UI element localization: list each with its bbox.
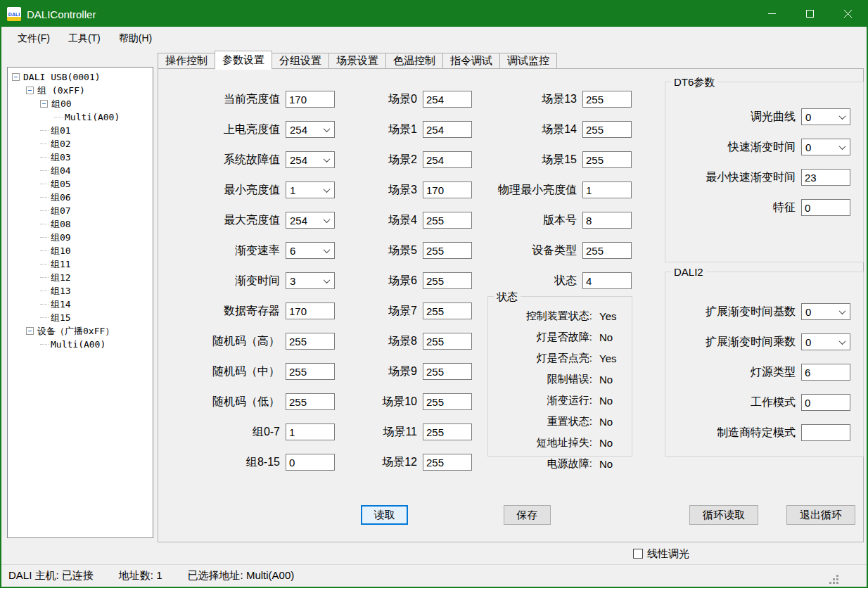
tab-3[interactable]: 分组设置 xyxy=(272,53,329,68)
tree-item[interactable]: 组14 xyxy=(8,298,153,311)
dropdown[interactable]: 0 xyxy=(801,303,850,320)
tree-item[interactable]: 组 (0xFF) xyxy=(8,84,153,97)
value-input[interactable] xyxy=(582,151,632,168)
tree-item[interactable]: 组02 xyxy=(8,137,153,151)
value-input[interactable] xyxy=(286,363,335,380)
value-input[interactable] xyxy=(582,121,632,138)
tab-4[interactable]: 场景设置 xyxy=(328,53,386,68)
tree-item[interactable]: 组04 xyxy=(8,164,153,177)
value-input[interactable] xyxy=(286,91,335,108)
value-input[interactable] xyxy=(582,272,632,289)
tree-item[interactable]: 组11 xyxy=(8,257,153,271)
tree-item[interactable]: 组05 xyxy=(8,177,153,191)
tree-item[interactable]: 组09 xyxy=(8,231,153,244)
exit-loop-button[interactable]: 退出循环 xyxy=(786,505,855,525)
value-input[interactable] xyxy=(286,454,335,471)
read-button[interactable]: 读取 xyxy=(361,505,408,525)
value-input[interactable] xyxy=(423,151,472,168)
loop-read-button[interactable]: 循环读取 xyxy=(689,505,758,525)
status-label: 灯是否点亮: xyxy=(488,352,592,365)
dropdown[interactable]: 0 xyxy=(801,139,850,155)
value-input[interactable] xyxy=(582,212,632,229)
value-input[interactable] xyxy=(286,302,335,319)
tree-item[interactable]: Multi(A00) xyxy=(8,338,153,351)
dropdown[interactable]: 0 xyxy=(801,108,850,125)
maximize-button[interactable] xyxy=(791,1,829,27)
status-label: 灯是否故障: xyxy=(488,331,592,344)
tree-item[interactable]: 组01 xyxy=(8,124,153,137)
field-label: 组8-15 xyxy=(172,455,280,470)
value-input[interactable] xyxy=(423,333,472,350)
menu-item-3[interactable]: 帮助(H) xyxy=(110,27,161,51)
linear-dimming-checkbox[interactable]: 线性调光 xyxy=(633,547,689,561)
tree-item-label: 组03 xyxy=(51,151,71,164)
value-input[interactable] xyxy=(801,364,850,381)
value-input[interactable] xyxy=(286,333,335,350)
tree-item[interactable]: 组06 xyxy=(8,191,153,204)
value-input[interactable] xyxy=(582,242,632,259)
value-input[interactable] xyxy=(423,272,472,289)
value-input[interactable] xyxy=(423,121,472,138)
menu-item-1[interactable]: 文件(F) xyxy=(8,27,59,51)
tab-6[interactable]: 指令调试 xyxy=(442,53,500,68)
value-input[interactable] xyxy=(801,394,850,411)
tree-item[interactable]: 组00 xyxy=(8,97,153,110)
tree-item[interactable]: DALI USB(0001) xyxy=(8,70,153,84)
value-input[interactable] xyxy=(423,302,472,319)
value-input[interactable] xyxy=(423,424,472,440)
dropdown[interactable]: 3 xyxy=(286,272,335,289)
param-row: 场景6 xyxy=(361,272,472,289)
collapse-toggle-icon[interactable] xyxy=(12,73,20,81)
field-label: 场景0 xyxy=(361,92,417,107)
dali2-groupbox: DALI2 扩展渐变时间基数0扩展渐变时间乘数0灯源类型工作模式制造商特定模式 xyxy=(665,272,864,457)
collapse-toggle-icon[interactable] xyxy=(26,327,34,335)
tree-item[interactable]: 组03 xyxy=(8,151,153,164)
value-input[interactable] xyxy=(423,91,472,108)
tree-item[interactable]: 组08 xyxy=(8,217,153,231)
status-value: No xyxy=(599,331,613,343)
device-tree[interactable]: DALI USB(0001)组 (0xFF)组00Multi(A00)组01组0… xyxy=(7,67,153,538)
field-label: 场景15 xyxy=(478,153,577,167)
value-input[interactable] xyxy=(423,363,472,380)
tree-item[interactable]: 组10 xyxy=(8,244,153,257)
tab-5[interactable]: 色温控制 xyxy=(385,53,443,68)
resize-grip[interactable] xyxy=(836,582,838,584)
value-input[interactable] xyxy=(582,182,632,198)
value-input[interactable] xyxy=(801,169,850,186)
tab-1[interactable]: 操作控制 xyxy=(158,53,215,68)
dropdown[interactable]: 254 xyxy=(286,212,335,229)
tree-item[interactable]: 设备（广播0xFF） xyxy=(8,324,153,338)
tree-item[interactable]: 组07 xyxy=(8,204,153,217)
close-button[interactable] xyxy=(829,1,867,27)
save-button[interactable]: 保存 xyxy=(504,505,551,525)
param-row: 场景11 xyxy=(361,424,472,440)
value-input[interactable] xyxy=(423,212,472,229)
value-input[interactable] xyxy=(801,199,850,216)
tree-item[interactable]: Multi(A00) xyxy=(8,110,153,124)
status-row: 灯是否故障:No xyxy=(488,326,632,348)
value-input[interactable] xyxy=(423,454,472,471)
value-input[interactable] xyxy=(423,242,472,259)
param-row: 系统故障值254 xyxy=(172,151,335,168)
collapse-toggle-icon[interactable] xyxy=(40,100,48,108)
dropdown[interactable]: 1 xyxy=(286,182,335,198)
dropdown[interactable]: 254 xyxy=(286,151,335,168)
value-input[interactable] xyxy=(423,182,472,198)
menu-item-2[interactable]: 工具(T) xyxy=(59,27,110,51)
value-input[interactable] xyxy=(286,393,335,410)
value-input[interactable] xyxy=(423,393,472,410)
tab-2[interactable]: 参数设置 xyxy=(215,51,272,70)
dropdown[interactable]: 0 xyxy=(801,333,850,350)
dropdown[interactable]: 6 xyxy=(286,242,335,259)
tree-item[interactable]: 组12 xyxy=(8,271,153,284)
tree-item[interactable]: 组15 xyxy=(8,311,153,324)
tree-item[interactable]: 组13 xyxy=(8,284,153,298)
tab-7[interactable]: 调试监控 xyxy=(499,53,557,68)
value-input[interactable] xyxy=(582,91,632,108)
value-input[interactable] xyxy=(801,424,850,441)
field-label: 上电亮度值 xyxy=(172,122,280,137)
dropdown[interactable]: 254 xyxy=(286,121,335,138)
collapse-toggle-icon[interactable] xyxy=(26,87,34,94)
minimize-button[interactable] xyxy=(753,1,791,27)
value-input[interactable] xyxy=(286,424,335,440)
